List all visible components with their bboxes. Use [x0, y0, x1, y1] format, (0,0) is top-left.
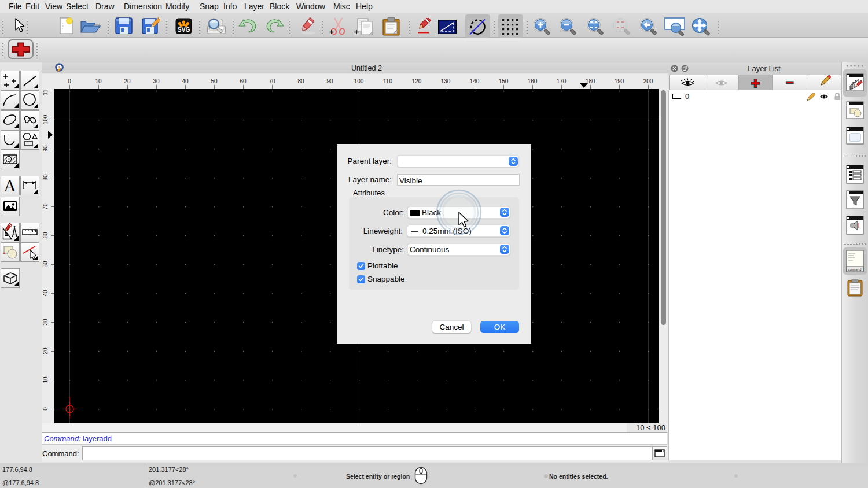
- svg-text:150: 150: [499, 78, 509, 84]
- svg-text:160: 160: [528, 78, 538, 84]
- svg-text:0: 0: [42, 407, 49, 411]
- svg-text:70: 70: [269, 78, 275, 84]
- svg-text:40: 40: [182, 78, 189, 84]
- svg-text:50: 50: [42, 261, 49, 268]
- svg-text:10: 10: [95, 78, 102, 84]
- svg-text:190: 190: [615, 78, 624, 84]
- svg-text:60: 60: [240, 78, 247, 84]
- svg-text:100: 100: [42, 114, 49, 124]
- svg-text:110: 110: [42, 89, 49, 95]
- svg-text:90: 90: [42, 145, 49, 152]
- svg-text:10: 10: [42, 376, 49, 383]
- svg-text:30: 30: [42, 319, 49, 326]
- svg-text:90: 90: [326, 78, 333, 84]
- svg-text:SVG: SVG: [177, 26, 190, 33]
- svg-text:130: 130: [441, 78, 451, 84]
- svg-text:170: 170: [557, 78, 567, 84]
- svg-text:A: A: [4, 176, 16, 195]
- svg-text:140: 140: [470, 78, 480, 84]
- svg-text:30: 30: [153, 78, 160, 84]
- svg-text:80: 80: [297, 78, 304, 84]
- svg-text:command: command: [848, 268, 861, 272]
- svg-text:0: 0: [68, 78, 71, 84]
- svg-text:70: 70: [42, 203, 49, 210]
- svg-text:100: 100: [354, 78, 364, 84]
- svg-text:20: 20: [124, 78, 131, 84]
- svg-text:20: 20: [42, 347, 49, 354]
- svg-text:80: 80: [42, 174, 49, 181]
- svg-text:200: 200: [643, 78, 653, 84]
- svg-text:40: 40: [42, 290, 49, 297]
- svg-text:120: 120: [412, 78, 422, 84]
- svg-text:60: 60: [42, 232, 49, 239]
- svg-text:110: 110: [383, 78, 392, 84]
- svg-text:50: 50: [211, 78, 218, 84]
